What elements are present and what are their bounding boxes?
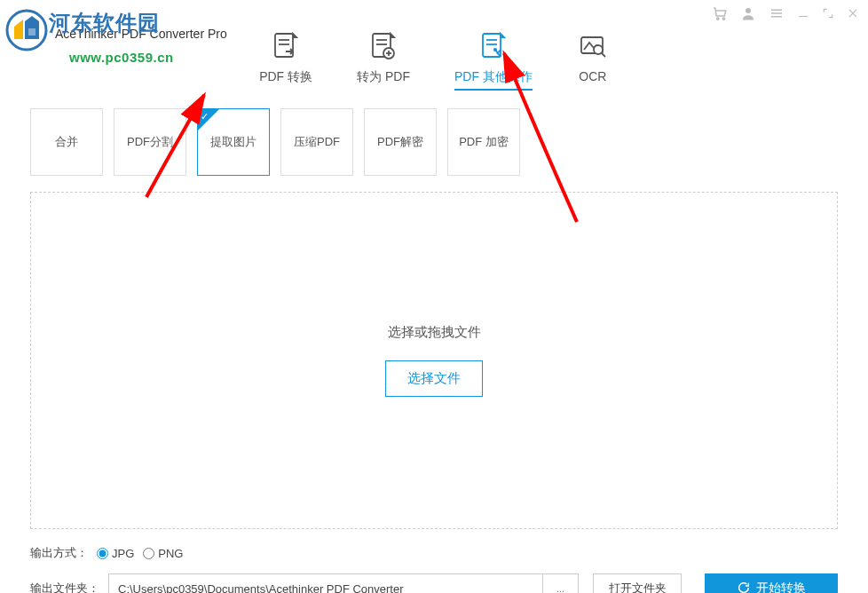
drop-hint: 选择或拖拽文件	[388, 324, 481, 341]
choose-file-button[interactable]: 选择文件	[385, 360, 483, 397]
user-icon[interactable]	[740, 5, 756, 21]
option-label: 合并	[55, 134, 78, 150]
check-icon: ✓	[201, 111, 209, 123]
tab-to-pdf[interactable]: 转为 PDF	[357, 30, 410, 91]
convert-icon	[270, 30, 302, 62]
close-icon[interactable]	[847, 7, 859, 20]
radio-png-input[interactable]	[143, 548, 154, 559]
option-cards: 合并 PDF分割 ✓ 提取图片 压缩PDF PDF解密 PDF 加密	[0, 99, 868, 176]
radio-label: PNG	[158, 547, 183, 560]
svg-point-1	[722, 18, 724, 20]
radio-png[interactable]: PNG	[143, 547, 183, 560]
option-decrypt[interactable]: PDF解密	[364, 108, 437, 176]
svg-point-23	[494, 49, 496, 51]
watermark-url: www.pc0359.cn	[69, 50, 174, 65]
tab-pdf-other[interactable]: PDF 其他操作	[454, 30, 533, 91]
menu-icon[interactable]	[769, 5, 785, 21]
option-label: PDF 加密	[459, 134, 509, 150]
refresh-icon	[737, 581, 751, 594]
option-label: 提取图片	[210, 134, 256, 150]
folder-input-group: ...	[108, 573, 579, 593]
drop-zone[interactable]: 选择或拖拽文件 选择文件	[30, 192, 838, 529]
svg-point-25	[594, 45, 603, 54]
option-compress[interactable]: 压缩PDF	[280, 108, 353, 176]
option-label: PDF解密	[377, 134, 423, 150]
tab-label: PDF 其他操作	[454, 69, 533, 85]
output-format-row: 输出方式： JPG PNG	[0, 529, 868, 561]
tab-ocr[interactable]: OCR	[577, 30, 609, 91]
option-merge[interactable]: 合并	[30, 108, 103, 176]
tab-label: PDF 转换	[259, 69, 312, 85]
option-split[interactable]: PDF分割	[114, 108, 186, 176]
option-label: 压缩PDF	[294, 134, 340, 150]
to-pdf-icon	[367, 30, 399, 62]
maximize-icon[interactable]	[822, 7, 834, 20]
start-convert-button[interactable]: 开始转换	[705, 573, 838, 593]
tab-pdf-convert[interactable]: PDF 转换	[259, 30, 312, 91]
open-folder-button[interactable]: 打开文件夹	[593, 573, 682, 593]
option-label: PDF分割	[127, 134, 173, 150]
watermark-logo	[5, 9, 48, 55]
tab-label: OCR	[579, 69, 606, 83]
tab-label: 转为 PDF	[357, 69, 410, 85]
svg-point-2	[746, 8, 751, 13]
radio-label: JPG	[112, 547, 134, 560]
output-folder-row: 输出文件夹： ... 打开文件夹 开始转换	[0, 561, 868, 593]
other-ops-icon	[477, 30, 509, 62]
radio-jpg[interactable]: JPG	[97, 547, 134, 560]
output-folder-label: 输出文件夹：	[30, 581, 99, 593]
minimize-icon[interactable]	[797, 7, 809, 20]
svg-rect-10	[28, 28, 36, 36]
option-encrypt[interactable]: PDF 加密	[447, 108, 520, 176]
browse-button[interactable]: ...	[543, 573, 579, 593]
watermark-site-name: 河东软件园	[49, 9, 160, 37]
ocr-icon	[577, 30, 609, 62]
folder-path-field[interactable]	[108, 573, 543, 593]
option-extract-images[interactable]: ✓ 提取图片	[197, 108, 270, 176]
start-label: 开始转换	[756, 581, 806, 593]
radio-jpg-input[interactable]	[97, 548, 108, 559]
cart-icon[interactable]	[712, 5, 728, 21]
svg-line-26	[602, 53, 605, 57]
output-format-label: 输出方式：	[30, 545, 88, 561]
svg-point-0	[717, 18, 719, 20]
